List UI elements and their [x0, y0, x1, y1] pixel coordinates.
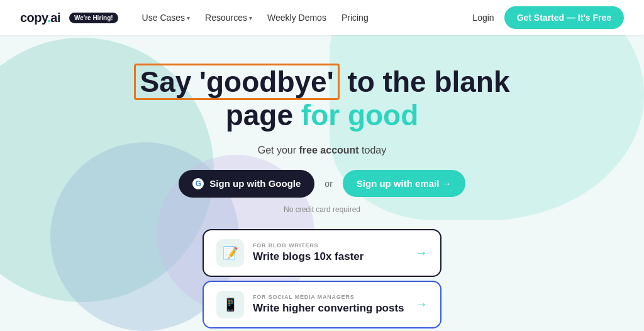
- hiring-badge: We're Hiring!: [69, 13, 118, 23]
- or-divider: or: [325, 179, 332, 189]
- nav-resources[interactable]: Resources ▾: [199, 9, 258, 26]
- sign-up-google-button[interactable]: G Sign up with Google: [179, 170, 314, 198]
- headline-accent: for good: [301, 99, 419, 132]
- get-started-button[interactable]: Get Started — It's Free: [504, 6, 624, 29]
- headline-line2: page for good: [134, 99, 509, 132]
- no-credit-card-text: No credit card required: [284, 205, 360, 214]
- cards-container: 📝 FOR BLOG WRITERS Write blogs 10x faste…: [203, 229, 441, 328]
- card-social-title: Write higher converting posts: [253, 302, 406, 315]
- card-social-content: FOR SOCIAL MEDIA MANAGERS Write higher c…: [253, 294, 406, 315]
- arrow-icon: →: [415, 245, 428, 260]
- card-blog-writers[interactable]: 📝 FOR BLOG WRITERS Write blogs 10x faste…: [203, 229, 441, 277]
- blog-icon: 📝: [216, 239, 244, 267]
- nav-links: Use Cases ▾ Resources ▾ Weekly Demos Pri…: [136, 9, 473, 26]
- signup-row: G Sign up with Google or Sign up with em…: [179, 170, 465, 198]
- logo[interactable]: copy.ai We're Hiring!: [20, 11, 118, 25]
- card-blog-title: Write blogs 10x faster: [253, 250, 406, 263]
- sign-up-email-button[interactable]: Sign up with email →: [343, 170, 465, 197]
- card-blog-content: FOR BLOG WRITERS Write blogs 10x faster: [253, 242, 406, 263]
- card-social-media[interactable]: 📱 FOR SOCIAL MEDIA MANAGERS Write higher…: [203, 281, 441, 328]
- nav-right: Login Get Started — It's Free: [472, 6, 624, 29]
- login-link[interactable]: Login: [472, 13, 494, 23]
- chevron-down-icon: ▾: [249, 14, 252, 21]
- main-content: Say 'goodbye' to the blank page for good…: [0, 35, 644, 328]
- nav-weekly-demos[interactable]: Weekly Demos: [261, 9, 333, 26]
- chevron-down-icon: ▾: [187, 14, 190, 21]
- headline-line1: Say 'goodbye' to the blank: [134, 65, 509, 99]
- card-blog-label: FOR BLOG WRITERS: [253, 242, 406, 249]
- nav-use-cases[interactable]: Use Cases ▾: [136, 9, 196, 26]
- nav-pricing[interactable]: Pricing: [335, 9, 375, 26]
- card-social-label: FOR SOCIAL MEDIA MANAGERS: [253, 294, 406, 300]
- navbar: copy.ai We're Hiring! Use Cases ▾ Resour…: [0, 0, 644, 35]
- logo-text: copy.ai: [20, 11, 60, 25]
- headline-goodbye: Say 'goodbye': [134, 64, 339, 100]
- social-icon: 📱: [216, 291, 244, 318]
- subheading: Get your free account today: [258, 145, 387, 156]
- headline-line1-suffix: to the blank: [347, 65, 509, 98]
- arrow-icon: →: [415, 297, 428, 311]
- google-icon: G: [192, 178, 204, 189]
- headline: Say 'goodbye' to the blank page for good: [134, 65, 509, 132]
